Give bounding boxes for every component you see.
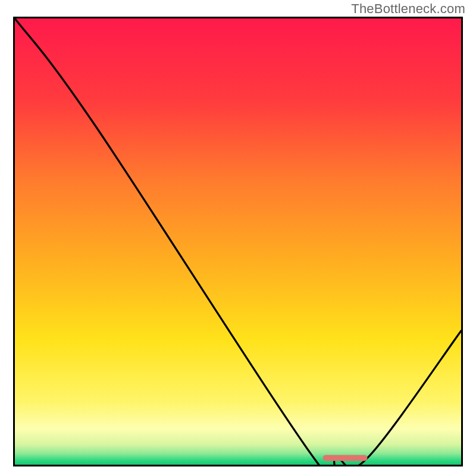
bottleneck-chart	[13, 17, 463, 466]
plot-background	[15, 18, 461, 465]
watermark-text: TheBottleneck.com	[351, 1, 465, 17]
optimal-range-marker	[323, 455, 368, 461]
chart-svg	[13, 17, 463, 466]
